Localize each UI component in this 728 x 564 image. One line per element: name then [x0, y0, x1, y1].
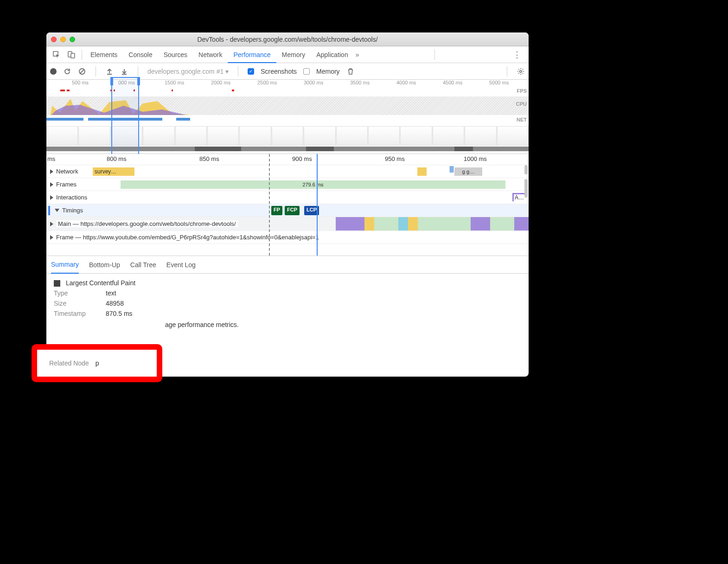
memory-checkbox[interactable]: [303, 68, 310, 75]
ruler-tick: 900 ms: [292, 155, 312, 162]
color-swatch: [54, 280, 60, 287]
marker-fp[interactable]: FP: [271, 206, 282, 215]
chevron-down-icon: ▾: [225, 68, 229, 75]
tab-memory[interactable]: Memory: [276, 46, 311, 63]
scrollbar[interactable]: [524, 179, 528, 198]
more-tabs-icon[interactable]: »: [356, 51, 359, 58]
ruler-tick: ms: [47, 155, 55, 162]
ruler-tick: 4000 ms: [396, 80, 416, 85]
frame-value: 279.6 ms: [302, 182, 323, 187]
summary-value: p: [96, 359, 99, 367]
divider: [82, 50, 82, 60]
network-pill[interactable]: [417, 167, 427, 176]
ruler-tick: 850 ms: [199, 155, 219, 162]
lane-label-fps: FPS: [517, 88, 527, 94]
tab-console[interactable]: Console: [123, 46, 158, 63]
window-titlebar: DevTools - developers.google.com/web/too…: [46, 32, 529, 46]
device-toggle-icon[interactable]: [66, 49, 77, 60]
chevron-right-icon[interactable]: [50, 222, 53, 226]
screenshots-checkbox[interactable]: ✓: [248, 68, 254, 75]
inspect-icon[interactable]: [51, 49, 62, 60]
divider: [507, 66, 507, 77]
summary-key: Related Node: [49, 359, 89, 367]
tab-call-tree[interactable]: Call Tree: [130, 261, 156, 269]
track-interactions[interactable]: Interactions A…: [46, 191, 529, 204]
cursor-line[interactable]: [317, 154, 318, 256]
track-timings[interactable]: Timings FP FCP LCP: [46, 204, 529, 217]
ruler-tick: 2000 ms: [211, 80, 230, 85]
summary-key: Timestamp: [54, 310, 100, 317]
detail-pane[interactable]: ms 800 ms 850 ms 900 ms 950 ms 1000 ms N…: [46, 154, 529, 256]
tab-sources[interactable]: Sources: [158, 46, 193, 63]
divider: [96, 66, 96, 77]
summary-key: Type: [54, 289, 100, 297]
tab-performance[interactable]: Performance: [228, 46, 276, 63]
recording-selector[interactable]: developers.google.com #1 ▾: [147, 68, 229, 75]
track-frame[interactable]: Frame — https://www.youtube.com/embed/G_…: [46, 231, 529, 244]
overview-selection[interactable]: [111, 77, 139, 156]
lane-label-cpu: CPU: [516, 101, 527, 107]
detail-tabs: Summary Bottom-Up Call Tree Event Log: [46, 256, 529, 274]
cursor-line-dashed: [269, 154, 270, 256]
track-label: Interactions: [56, 194, 87, 201]
selection-handle-right[interactable]: [137, 77, 140, 85]
summary-value: 48958: [106, 300, 124, 307]
marker-fcp[interactable]: FCP: [285, 206, 300, 215]
overview-pane[interactable]: 500 ms 000 ms 1500 ms 2000 ms 2500 ms 30…: [46, 80, 529, 154]
ruler-tick: 950 ms: [385, 155, 405, 162]
download-icon[interactable]: [120, 67, 128, 76]
track-network[interactable]: Network survey… g g…: [46, 165, 529, 178]
frame-bar[interactable]: 279.6 ms: [121, 180, 505, 189]
svg-rect-2: [71, 53, 75, 58]
summary-key: Size: [54, 300, 100, 307]
network-pill[interactable]: g g…: [454, 167, 482, 176]
timing-brace-icon: [48, 206, 50, 215]
lane-label-net: NET: [517, 117, 527, 122]
ruler-tick: 3000 ms: [304, 80, 323, 85]
chevron-right-icon[interactable]: [50, 182, 53, 187]
chevron-down-icon[interactable]: [55, 209, 59, 212]
ruler-tick: 500 ms: [72, 80, 89, 85]
reload-icon[interactable]: [63, 67, 71, 76]
scrollbar[interactable]: [524, 165, 528, 174]
chevron-right-icon[interactable]: [50, 195, 53, 200]
devtools-tabs: Elements Console Sources Network Perform…: [46, 46, 529, 63]
chevron-right-icon[interactable]: [50, 235, 53, 240]
trash-icon[interactable]: [346, 67, 355, 76]
track-label: Frame — https://www.youtube.com/embed/G_…: [56, 234, 319, 241]
summary-title-row: Largest Contentful Paint: [54, 279, 521, 287]
gear-icon[interactable]: [517, 67, 525, 76]
tab-elements[interactable]: Elements: [85, 46, 123, 63]
tab-summary[interactable]: Summary: [51, 256, 79, 274]
tab-event-log[interactable]: Event Log: [166, 261, 196, 269]
chevron-right-icon[interactable]: [50, 169, 53, 174]
svg-point-7: [520, 70, 522, 72]
ruler-tick: 1000 ms: [464, 155, 487, 162]
divider: [434, 50, 435, 60]
ruler-tick: 1500 ms: [165, 80, 184, 85]
selection-handle-left[interactable]: [110, 77, 113, 85]
tab-bottom-up[interactable]: Bottom-Up: [89, 261, 120, 269]
network-pill[interactable]: survey…: [93, 167, 134, 176]
track-label: Timings: [62, 207, 83, 214]
tab-application[interactable]: Application: [311, 46, 354, 63]
summary-description: age performance metrics.: [165, 321, 521, 328]
devtools-window: DevTools - developers.google.com/web/too…: [46, 32, 529, 377]
track-frames[interactable]: Frames 279.6 ms: [46, 178, 529, 191]
track-label: Frames: [56, 181, 77, 188]
ruler-tick: 800 ms: [107, 155, 127, 162]
track-label: Network: [56, 168, 78, 175]
clear-icon[interactable]: [78, 67, 86, 76]
tab-network[interactable]: Network: [193, 46, 228, 63]
window-title: DevTools - developers.google.com/web/too…: [46, 36, 529, 43]
record-icon[interactable]: [50, 68, 57, 75]
track-main[interactable]: Main — https://developers.google.com/web…: [46, 217, 529, 231]
upload-icon[interactable]: [105, 67, 114, 76]
recording-name: developers.google.com #1: [147, 68, 224, 75]
summary-row-type: Type text: [54, 289, 521, 297]
kebab-icon[interactable]: ⋮: [513, 50, 521, 60]
ruler-tick: 5000 ms: [489, 80, 509, 85]
interaction-tail[interactable]: A…: [512, 193, 525, 201]
ruler-tick: 3500 ms: [350, 80, 370, 85]
summary-row-related-node[interactable]: Related Node p: [49, 359, 99, 367]
